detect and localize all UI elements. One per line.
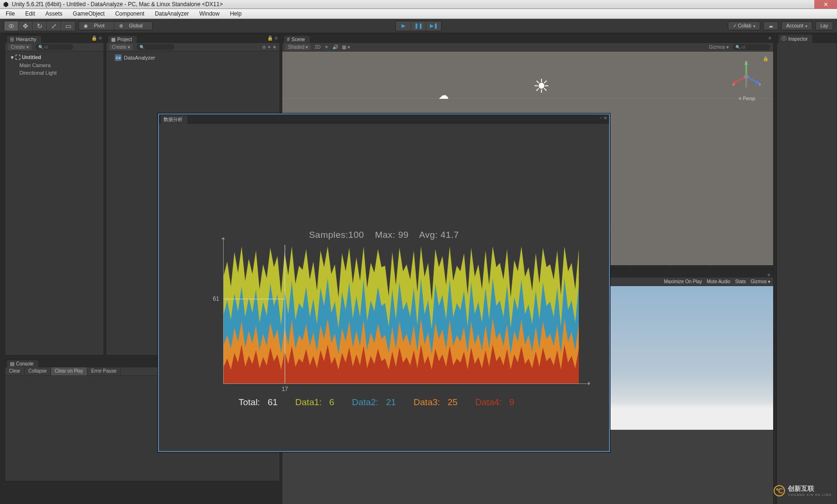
chart-body [224,245,579,383]
menu-bar: File Edit Assets GameObject Component Da… [0,9,837,19]
game-maximize-toggle[interactable]: Maximize On Play [664,279,702,284]
chart-x-cursor-label: 17 [282,386,288,392]
transform-tools: ✥ ↻ ⤢ ▭ [4,21,76,31]
chart-stats-row: Samples:100 Max: 99 Avg: 41.7 [309,230,459,240]
panel-lock-icon[interactable]: 🔒 [267,35,273,41]
legend-data2: Data2:21 [352,397,403,407]
svg-point-10 [744,74,749,79]
panel-menu-icon[interactable]: ≡ [275,35,278,41]
menu-file[interactable]: File [4,9,17,18]
menu-window[interactable]: Window [198,9,222,18]
scene-tab[interactable]: # Scene [284,36,310,43]
window-title: Unity 5.6.2f1 (64bit) - Untitled - DataA… [12,1,223,8]
scene-search[interactable]: 🔍 All [732,44,770,50]
camera-gizmo[interactable]: ☁ [438,89,449,102]
menu-edit[interactable]: Edit [23,9,37,18]
inspector-panel: ⓘ Inspector [776,34,837,504]
rotate-tool[interactable]: ↻ [33,21,47,31]
menu-dataanalyzer[interactable]: DataAnalyzer [153,9,191,18]
analyzer-close-icon[interactable]: ✕ [603,115,607,121]
collab-button[interactable]: ✓ Collab▾ [728,21,760,30]
legend-data1: Data1:6 [295,397,342,407]
game-mute-toggle[interactable]: Mute Audio [706,279,730,284]
chart-area[interactable]: 61 17 [223,239,583,384]
hierarchy-item-camera[interactable]: Main Camera [5,61,104,69]
scene-shading-dropdown[interactable]: Shaded ▾ [285,44,311,50]
watermark-logo-icon: ℃ [774,485,785,496]
console-collapse-button[interactable]: Collapse [25,367,51,375]
console-tab[interactable]: ▤ Console [7,360,38,367]
panel-menu-icon[interactable]: ≡ [768,35,771,41]
data-analyzer-window[interactable]: 数据分析 ▫✕ Samples:100 Max: 99 Avg: 41.7 61… [158,113,610,452]
hand-tool[interactable] [4,21,18,31]
pivot-label: ◉ Pivot [79,22,114,30]
window-close-icon[interactable]: ✕ [814,0,837,9]
menu-component[interactable]: Component [113,9,146,18]
scene-2d-toggle[interactable]: 2D [314,44,321,50]
toolbar: ✥ ↻ ⤢ ▭ ◉ Pivot ⊕ Global ▶ ❚❚ ▶❚ ✓ Colla… [0,19,837,33]
gizmo-lock-icon[interactable]: 🔒 [763,56,768,61]
step-button[interactable]: ▶❚ [426,21,441,31]
projection-label[interactable]: ≡ Persp [739,96,755,101]
menu-assets[interactable]: Assets [44,9,64,18]
play-controls: ▶ ❚❚ ▶❚ [395,21,442,31]
rect-tool[interactable]: ▭ [61,21,75,31]
scene-audio-toggle[interactable]: 🔊 [332,44,338,50]
panel-menu-icon[interactable]: ≡ [767,272,770,278]
watermark: ℃ 创新互联 CHUANG XIN HU LIAN [774,485,831,496]
unity-icon [3,1,9,8]
inspector-tab[interactable]: ⓘ Inspector [779,35,812,43]
scale-tool[interactable]: ⤢ [47,21,61,31]
hierarchy-panel: ☰ Hierarchy 🔒≡ Create ▾ 🔍 All ▾ ⛶ Untitl… [5,34,104,356]
scene-light-toggle[interactable]: ☀ [324,44,329,50]
menu-help[interactable]: Help [228,9,244,18]
hierarchy-tab[interactable]: ☰ Hierarchy [7,36,41,43]
svg-point-2 [10,25,12,26]
project-create-dropdown[interactable]: Create ▾ [109,44,133,50]
chart-legend: Total:61 Data1:6 Data2:21 Data3:25 Data4… [238,397,529,408]
svg-text:z: z [759,82,761,87]
svg-marker-0 [4,1,9,7]
console-clearonplay-button[interactable]: Clear on Play [51,367,87,375]
orientation-gizmo[interactable]: y x z [730,60,763,93]
scene-fx-toggle[interactable]: ▦ ▾ [342,44,350,50]
menu-gameobject[interactable]: GameObject [71,9,106,18]
legend-data3: Data3:25 [414,397,465,407]
play-button[interactable]: ▶ [396,21,411,31]
game-stats-toggle[interactable]: Stats [735,279,746,284]
chart-y-cursor-label: 61 [213,295,219,302]
cloud-button[interactable]: ☁ [763,21,778,30]
pivot-global-toggle[interactable]: ◉ Pivot ⊕ Global [78,21,153,30]
pause-button[interactable]: ❚❚ [411,21,426,31]
game-gizmos-toggle[interactable]: Gizmos ▾ [750,279,770,284]
svg-text:y: y [745,60,747,64]
svg-text:x: x [732,82,734,87]
console-errorpause-button[interactable]: Error Pause [87,367,121,375]
panel-lock-icon[interactable]: 🔒 [91,35,97,41]
analyzer-min-icon[interactable]: ▫ [600,115,602,121]
hierarchy-item-light[interactable]: Directional Light [5,69,104,77]
directional-light-gizmo[interactable]: ☀ [533,75,550,97]
project-filter-icons[interactable]: ⊛ ✦ ★ [262,44,277,50]
account-button[interactable]: Account▾ [781,21,812,30]
global-label: ⊕ Global [114,22,152,30]
project-asset-item[interactable]: C# DataAnalyzer [106,53,279,62]
csharp-icon: C# [115,54,122,61]
analyzer-tab[interactable]: 数据分析 [161,115,187,124]
legend-total: Total:61 [238,397,285,407]
window-title-bar: Unity 5.6.2f1 (64bit) - Untitled - DataA… [0,0,837,9]
console-clear-button[interactable]: Clear [5,367,25,375]
hierarchy-search[interactable]: 🔍 All [35,44,73,50]
layers-button[interactable]: Lay [815,21,833,30]
hierarchy-create-dropdown[interactable]: Create ▾ [8,44,32,50]
panel-menu-icon[interactable]: ≡ [99,35,102,41]
scene-gizmos-dropdown[interactable]: Gizmos ▾ [709,44,729,50]
project-tab[interactable]: ▦ Project [108,36,137,43]
legend-data4: Data4:9 [475,397,522,407]
move-tool[interactable]: ✥ [18,21,33,31]
project-search[interactable]: 🔍 [137,44,174,50]
chart-x-axis [223,383,588,384]
hierarchy-scene[interactable]: ▾ ⛶ Untitled [5,53,104,61]
